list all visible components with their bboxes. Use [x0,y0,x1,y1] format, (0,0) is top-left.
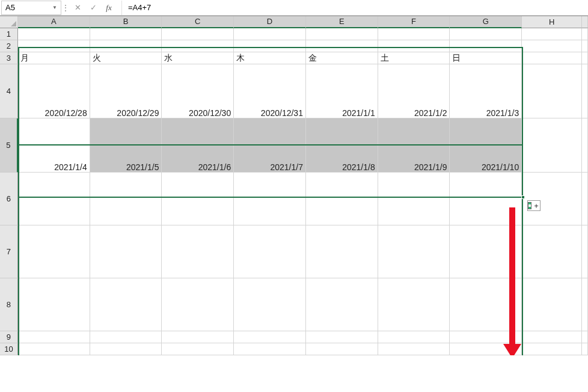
row-header-2[interactable]: 2 [0,40,18,52]
cell[interactable]: 月 [18,52,90,64]
cell[interactable] [582,64,588,118]
cell[interactable] [162,28,234,40]
cell[interactable] [522,173,582,225]
cell[interactable] [162,331,234,343]
col-header-C[interactable]: C [162,16,234,28]
cell[interactable]: 2020/12/30 [162,64,234,118]
cell[interactable]: 2021/1/7 [234,118,306,173]
cell-A5-active[interactable]: 2021/1/4 [18,118,90,173]
cell[interactable]: 2021/1/5 [90,118,162,173]
cell[interactable] [582,331,588,343]
cell[interactable] [18,278,90,331]
row-header-6[interactable]: 6 [0,173,18,225]
cell[interactable] [18,28,90,40]
cell[interactable] [522,278,582,331]
cell[interactable] [378,331,450,343]
cell[interactable] [18,331,90,343]
cell[interactable] [162,278,234,331]
cell[interactable] [378,28,450,40]
row-header-5[interactable]: 5 [0,118,18,173]
col-header-E[interactable]: E [306,16,378,28]
cell[interactable] [522,52,582,64]
cell[interactable] [162,343,234,355]
cell[interactable] [234,278,306,331]
cell[interactable]: 土 [378,52,450,64]
cell[interactable] [582,118,588,173]
fill-handle[interactable] [521,195,525,199]
row-header-10[interactable]: 10 [0,343,18,355]
cell[interactable] [234,343,306,355]
col-header-H[interactable]: H [522,16,582,28]
cell[interactable] [234,225,306,278]
col-header-G[interactable]: G [450,16,522,28]
cell[interactable] [90,28,162,40]
cell[interactable] [378,225,450,278]
cell[interactable] [582,343,588,355]
cell[interactable]: 2021/1/8 [306,118,378,173]
cell[interactable]: 2021/1/10 [450,118,522,173]
cell[interactable]: 2020/12/29 [90,64,162,118]
cell[interactable] [18,173,90,225]
cell[interactable]: 2021/1/2 [378,64,450,118]
cell[interactable] [162,40,234,52]
cell[interactable] [522,343,582,355]
cell[interactable] [18,343,90,355]
col-header-D[interactable]: D [234,16,306,28]
cell[interactable]: 2021/1/9 [378,118,450,173]
row-header-9[interactable]: 9 [0,331,18,343]
cell[interactable]: 木 [234,52,306,64]
row-header-8[interactable]: 8 [0,278,18,331]
cell[interactable] [522,28,582,40]
cell[interactable] [522,118,582,173]
row-header-3[interactable]: 3 [0,52,18,64]
cell[interactable] [90,225,162,278]
col-header-A[interactable]: A [18,16,90,28]
cell[interactable] [234,40,306,52]
cell[interactable] [306,40,378,52]
cell[interactable] [162,173,234,225]
cell[interactable]: 火 [90,52,162,64]
cell[interactable] [522,225,582,278]
cell[interactable] [582,52,588,64]
cell[interactable] [306,173,378,225]
cell[interactable]: 日 [450,52,522,64]
cell[interactable] [18,40,90,52]
cell[interactable] [582,40,588,52]
cell[interactable] [90,331,162,343]
cell[interactable] [306,343,378,355]
cell[interactable] [582,225,588,278]
col-header-B[interactable]: B [90,16,162,28]
row-header-1[interactable]: 1 [0,28,18,40]
cell[interactable] [234,331,306,343]
select-all-corner[interactable] [0,16,18,28]
col-header-F[interactable]: F [378,16,450,28]
cell[interactable] [306,278,378,331]
cancel-icon[interactable]: ✕ [70,1,85,15]
cell[interactable] [306,331,378,343]
cell[interactable] [378,173,450,225]
cell[interactable] [582,278,588,331]
cell[interactable] [582,28,588,40]
cell[interactable] [90,343,162,355]
cell[interactable] [378,40,450,52]
row-header-7[interactable]: 7 [0,225,18,278]
cell[interactable]: 2021/1/6 [162,118,234,173]
cell[interactable] [18,225,90,278]
cell[interactable] [90,278,162,331]
name-box[interactable]: A5 ▼ [1,1,61,15]
cell[interactable] [306,225,378,278]
cell[interactable] [378,278,450,331]
cell[interactable] [90,173,162,225]
cell[interactable]: 2020/12/28 [18,64,90,118]
cell[interactable] [450,40,522,52]
fx-icon[interactable]: fx [101,1,117,15]
chevron-down-icon[interactable]: ▼ [52,5,57,10]
cell[interactable] [90,40,162,52]
col-header-I[interactable] [582,16,588,28]
cell[interactable] [306,28,378,40]
autofill-options-icon[interactable]: ＋ [527,200,541,211]
cell[interactable]: 2020/12/31 [234,64,306,118]
cell[interactable] [522,331,582,343]
cell[interactable]: 水 [162,52,234,64]
cell[interactable] [234,28,306,40]
